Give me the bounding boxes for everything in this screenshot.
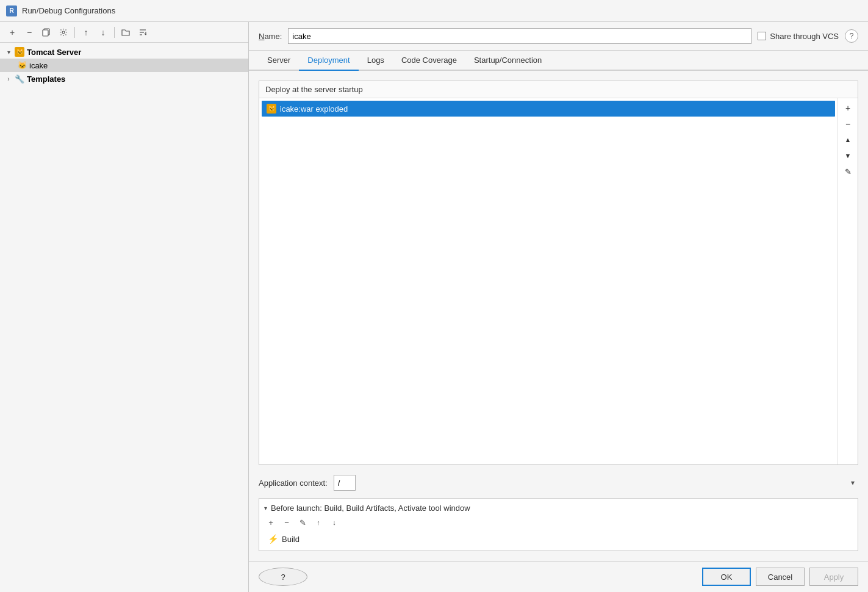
left-panel: + − ↑ ↓ — [0, 22, 249, 592]
templates-label: Templates — [27, 74, 65, 84]
tree-item-tomcat-server[interactable]: ▾ 🐱 Tomcat Server — [0, 45, 248, 59]
deploy-header: Deploy at the server startup — [259, 81, 858, 98]
deploy-list: 🐱 icake:war exploded — [259, 98, 838, 464]
cancel-button[interactable]: Cancel — [756, 568, 805, 586]
build-icon: ⚡ — [268, 534, 278, 544]
build-item[interactable]: ⚡ Build — [264, 532, 853, 546]
bottom-bar: ? OK Cancel Apply — [249, 561, 868, 592]
war-item-icon: 🐱 — [267, 104, 276, 114]
remove-config-button[interactable]: − — [22, 26, 37, 39]
deploy-side-buttons: + − ▲ ▼ ✎ — [838, 98, 858, 464]
add-config-button[interactable]: + — [5, 26, 20, 39]
before-launch-section: ▾ Before launch: Build, Build Artifacts,… — [259, 498, 858, 551]
apply-button[interactable]: Apply — [809, 568, 858, 586]
expand-arrow: ▾ — [5, 49, 12, 56]
tomcat-server-label: Tomcat Server — [27, 48, 81, 57]
bl-down-button[interactable]: ↓ — [328, 516, 341, 529]
help-button-top[interactable]: ? — [845, 29, 858, 43]
share-vcs-checkbox[interactable] — [758, 32, 766, 40]
move-up-button[interactable]: ↑ — [79, 26, 93, 39]
tab-startup[interactable]: Startup/Connection — [465, 51, 550, 71]
tabs-bar: Server Deployment Logs Code Coverage Sta… — [249, 51, 868, 71]
settings-config-button[interactable] — [56, 26, 71, 39]
sep1 — [74, 27, 75, 38]
svg-rect-1 — [43, 30, 48, 36]
war-item-label: icake:war exploded — [280, 104, 348, 114]
icake-label: icake — [29, 61, 48, 70]
share-vcs-label: Share through VCS — [770, 32, 839, 41]
templates-arrow: › — [5, 76, 12, 82]
bl-add-button[interactable]: + — [264, 516, 278, 529]
tab-deployment[interactable]: Deployment — [299, 51, 358, 71]
name-label: Name: — [259, 32, 282, 41]
app-context-row: Application context: / — [259, 475, 858, 491]
tab-logs[interactable]: Logs — [359, 51, 393, 71]
deploy-remove-button[interactable]: − — [841, 117, 855, 131]
title-bar: R Run/Debug Configurations — [0, 0, 868, 22]
icake-icon: 🐱 — [17, 60, 27, 70]
deploy-list-area: 🐱 icake:war exploded + − ▲ ▼ ✎ — [259, 98, 858, 464]
tree-item-templates[interactable]: › 🔧 Templates — [0, 72, 248, 85]
bl-remove-button[interactable]: − — [280, 516, 293, 529]
deploy-move-down-button[interactable]: ▼ — [841, 148, 855, 163]
deploy-edit-button[interactable]: ✎ — [841, 164, 855, 179]
bl-up-button[interactable]: ↑ — [312, 516, 325, 529]
deploy-item-war[interactable]: 🐱 icake:war exploded — [262, 101, 835, 117]
templates-icon: 🔧 — [15, 74, 24, 84]
app-context-select[interactable]: / — [334, 475, 356, 491]
bl-edit-button[interactable]: ✎ — [296, 516, 309, 529]
help-button-bottom[interactable]: ? — [259, 568, 307, 586]
before-launch-toolbar: + − ✎ ↑ ↓ — [264, 516, 853, 529]
build-label: Build — [282, 535, 299, 544]
tree-item-icake[interactable]: 🐱 icake — [0, 59, 248, 72]
share-vcs-container: Share through VCS — [758, 32, 839, 41]
app-context-label: Application context: — [259, 478, 328, 488]
config-tree: ▾ 🐱 Tomcat Server 🐱 icake › 🔧 Templates — [0, 43, 248, 592]
deploy-add-button[interactable]: + — [841, 101, 855, 115]
deploy-move-up-button[interactable]: ▲ — [841, 132, 855, 147]
copy-config-button[interactable] — [39, 26, 54, 39]
tomcat-server-icon: 🐱 — [15, 47, 24, 57]
sort-button[interactable] — [135, 26, 150, 39]
tree-toolbar: + − ↑ ↓ — [0, 22, 248, 43]
sep2 — [114, 27, 115, 38]
before-launch-collapse-arrow[interactable]: ▾ — [264, 505, 267, 511]
main-layout: + − ↑ ↓ — [0, 22, 868, 592]
folder-button[interactable] — [118, 26, 133, 39]
move-down-button[interactable]: ↓ — [96, 26, 110, 39]
before-launch-label: Before launch: Build, Build Artifacts, A… — [271, 504, 470, 513]
app-context-wrapper: / — [334, 475, 858, 491]
app-icon: R — [6, 5, 17, 16]
name-input[interactable] — [288, 28, 751, 44]
name-row: Name: Share through VCS ? — [249, 22, 868, 51]
right-panel: Name: Share through VCS ? Server Deploym… — [249, 22, 868, 592]
tab-server[interactable]: Server — [259, 51, 299, 71]
tab-code-coverage[interactable]: Code Coverage — [393, 51, 465, 71]
title-bar-text: Run/Debug Configurations — [22, 6, 115, 15]
content-area: Deploy at the server startup 🐱 icake:war… — [249, 71, 868, 561]
deploy-section: Deploy at the server startup 🐱 icake:war… — [259, 81, 858, 465]
before-launch-header: ▾ Before launch: Build, Build Artifacts,… — [264, 504, 853, 513]
ok-button[interactable]: OK — [702, 568, 751, 586]
